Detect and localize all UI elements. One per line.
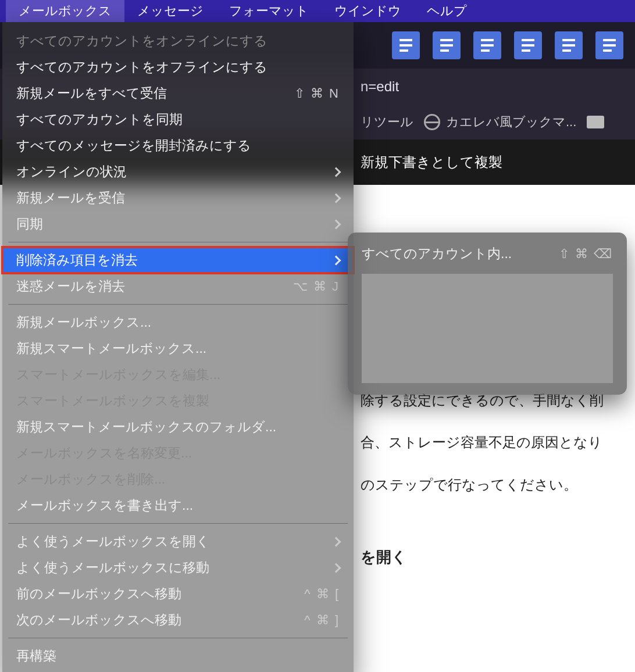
menuitem[interactable]: 新規スマートメールボックス...	[2, 335, 354, 362]
menuitem-shortcut: ⇧ ⌘ N	[294, 86, 340, 101]
content-line: のステップで行なってください。	[361, 467, 635, 503]
chevron-right-icon	[331, 167, 341, 177]
menubar: メールボックス メッセージ フォーマット ウインドウ ヘルプ	[0, 0, 635, 22]
menuitem-shortcut: ⌥ ⌘ J	[293, 279, 340, 294]
menuitem[interactable]: 迷惑メールを消去⌥ ⌘ J	[2, 273, 354, 299]
bookmark-label: リツール	[361, 113, 413, 131]
tab-icon[interactable]	[514, 31, 542, 59]
menuitem-label: 前のメールボックスへ移動	[16, 585, 181, 603]
menuitem-label: 新規スマートメールボックス...	[16, 339, 206, 358]
chevron-right-icon	[331, 563, 341, 573]
menu-message[interactable]: メッセージ	[124, 0, 216, 23]
chevron-right-icon	[331, 537, 341, 546]
bookmark-tool[interactable]: リツール	[361, 113, 413, 131]
menuitem[interactable]: すべてのアカウントをオフラインにする	[2, 54, 354, 80]
menu-separator	[8, 638, 348, 638]
chevron-right-icon	[331, 219, 341, 229]
menuitem[interactable]: 前のメールボックスへ移動^ ⌘ [	[2, 581, 354, 607]
url-fragment: n=edit	[361, 78, 399, 95]
submenu-preview	[362, 274, 613, 383]
content-heading: を開く	[361, 538, 635, 577]
menuitem-label: 削除済み項目を消去	[16, 251, 138, 269]
menuitem-label: メールボックスを書き出す...	[16, 496, 193, 514]
menuitem[interactable]: 新規メールボックス...	[2, 309, 354, 335]
menuitem-label: 迷惑メールを消去	[16, 277, 125, 295]
menu-separator	[8, 304, 348, 305]
menuitem[interactable]: 次のメールボックスへ移動^ ⌘ ]	[2, 607, 354, 633]
menuitem-label: 新規スマートメールボックスのフォルダ...	[16, 418, 276, 436]
menu-mailbox[interactable]: メールボックス	[6, 0, 124, 23]
menu-window[interactable]: ウインドウ	[322, 0, 414, 23]
menuitem[interactable]: 再構築	[2, 643, 354, 669]
menuitem-shortcut: ^ ⌘ ]	[304, 613, 340, 628]
menuitem[interactable]: 削除済み項目を消去	[2, 247, 354, 273]
menuitem[interactable]: 新規スマートメールボックスのフォルダ...	[2, 414, 354, 440]
menu-help[interactable]: ヘルプ	[414, 0, 480, 23]
menuitem[interactable]: すべてのアカウントを同期	[2, 106, 354, 133]
bookmark-kaereba[interactable]: カエレバ風ブックマ...	[424, 113, 576, 131]
menuitem-label: 新規メールボックス...	[16, 313, 151, 331]
menuitem-label: よく使うメールボックスに移動	[16, 559, 209, 577]
menu-separator	[8, 242, 348, 242]
menuitem[interactable]: オンラインの状況	[2, 159, 354, 185]
menuitem[interactable]: 新規メールを受信	[2, 185, 354, 211]
folder-icon	[587, 116, 604, 128]
menuitem-label: スマートメールボックスを複製	[16, 392, 209, 410]
menuitem-label: 新規メールをすべて受信	[16, 84, 167, 102]
menuitem[interactable]: よく使うメールボックスを開く	[2, 528, 354, 555]
menuitem-label: すべてのアカウントをオフラインにする	[16, 58, 267, 76]
tab-icon[interactable]	[473, 31, 501, 59]
content-line: 合、ストレージ容量不足の原因となり	[361, 424, 635, 460]
tab-icon[interactable]	[433, 31, 461, 59]
menuitem-shortcut: ^ ⌘ [	[304, 587, 340, 602]
menuitem: メールボックスを名称変更...	[2, 440, 354, 466]
menuitem: スマートメールボックスを編集...	[2, 362, 354, 388]
tab-icon[interactable]	[595, 31, 623, 59]
menuitem-label: すべてのメッセージを開封済みにする	[16, 137, 251, 155]
menuitem-label: すべてのアカウントを同期	[16, 110, 183, 128]
chevron-right-icon	[331, 255, 341, 265]
mailbox-dropdown: すべてのアカウントをオンラインにするすべてのアカウントをオフラインにする新規メー…	[2, 22, 354, 672]
menuitem-label: 再構築	[16, 647, 56, 665]
globe-icon	[424, 114, 440, 130]
menuitem-shortcut: ⇧ ⌘ ⌫	[559, 246, 613, 262]
menuitem-label: メールボックスを名称変更...	[16, 444, 192, 462]
menuitem[interactable]: よく使うメールボックスに移動	[2, 555, 354, 581]
menuitem[interactable]: メールボックスを書き出す...	[2, 492, 354, 519]
menuitem-label: 新規メールを受信	[16, 189, 125, 207]
menu-format[interactable]: フォーマット	[216, 0, 322, 23]
menuitem: メールボックスを削除...	[2, 466, 354, 492]
menuitem-label: 同期	[16, 215, 43, 233]
menu-separator	[8, 523, 348, 524]
menuitem-label: オンラインの状況	[16, 163, 127, 181]
menuitem[interactable]: 同期	[2, 211, 354, 237]
menuitem[interactable]: 新規メールをすべて受信⇧ ⌘ N	[2, 80, 354, 106]
chevron-right-icon	[331, 193, 341, 203]
menuitem-label: メールボックスを削除...	[16, 470, 165, 488]
menuitem-label: 次のメールボックスへ移動	[16, 611, 181, 629]
erase-deleted-submenu: すべてのアカウント内... ⇧ ⌘ ⌫	[348, 233, 627, 395]
submenu-all-accounts[interactable]: すべてのアカウント内... ⇧ ⌘ ⌫	[348, 241, 627, 267]
tab-icon[interactable]	[392, 31, 420, 59]
menuitem-label: よく使うメールボックスを開く	[16, 532, 210, 551]
menuitem[interactable]: すべてのメッセージを開封済みにする	[2, 133, 354, 159]
bookmark-folder[interactable]	[587, 116, 604, 128]
menuitem-label: すべてのアカウント内...	[362, 245, 512, 263]
bookmark-label: カエレバ風ブックマ...	[446, 113, 576, 131]
page-title: 新規下書きとして複製	[361, 153, 502, 171]
menuitem: すべてのアカウントをオンラインにする	[2, 28, 354, 54]
menuitem-label: すべてのアカウントをオンラインにする	[16, 32, 267, 50]
tab-icon[interactable]	[555, 31, 583, 59]
menuitem: スマートメールボックスを複製	[2, 388, 354, 414]
menuitem-label: スマートメールボックスを編集...	[16, 366, 220, 384]
